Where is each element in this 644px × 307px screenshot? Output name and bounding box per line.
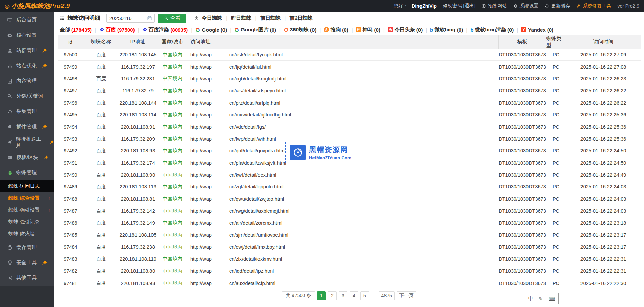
redacted-domain: [212, 280, 229, 287]
url-path: cn/zlx/detail/ioxkmv.html: [229, 256, 282, 262]
version-label: ver Pro2.9: [617, 3, 639, 9]
cell-type: PC: [546, 277, 566, 289]
sidebar-item-cache[interactable]: 缓存管理: [0, 240, 54, 255]
sidebar-item-label: 模板/区块: [16, 154, 38, 161]
redacted-domain: [212, 183, 229, 190]
cell-ip: 116.179.32.231: [119, 73, 157, 85]
sidebar-item-core-settings[interactable]: 核心设置: [0, 28, 54, 43]
sidebar-footer: [0, 286, 54, 307]
cell-ip: 220.181.108.93: [119, 277, 157, 289]
url-path: cn/kwf/detail/eex.html: [229, 172, 276, 178]
calendar-icon[interactable]: [147, 16, 152, 21]
sidebar-item-security[interactable]: 安全工具: [0, 255, 54, 270]
sidebar-item-spider[interactable]: 蜘蛛管理: [0, 165, 54, 180]
sidebar-item-site-group[interactable]: 站群管理: [0, 43, 54, 58]
filter-360[interactable]: 360蜘蛛(0): [284, 26, 316, 33]
sogou-icon: S: [324, 27, 329, 32]
bing-icon: b: [470, 27, 473, 33]
filter-sogou[interactable]: S搜狗(0): [324, 26, 348, 33]
cell-id: 97499: [58, 61, 83, 72]
tab-day-before[interactable]: 前日蜘蛛: [260, 15, 281, 21]
ime-widget[interactable]: 中✎⌨: [525, 293, 559, 304]
filter-google[interactable]: Google(0): [195, 27, 227, 33]
filter-separator: |: [319, 27, 321, 33]
table-row: 97495百度220.181.108.114中国境内http://wapcn/m…: [58, 109, 641, 121]
cell-time: 2025-01-16 22:26:23: [566, 73, 641, 85]
filter-baidu[interactable]: 百度(97500): [99, 26, 135, 33]
repair-tool-link[interactable]: 系统修复工具: [576, 3, 611, 9]
next-page-button[interactable]: 下一页: [397, 291, 416, 300]
column-header-6: 蜘蛛类型: [546, 35, 566, 49]
url-path: cn/usk/detail/fyccpk.html: [229, 52, 283, 57]
redacted-domain: [212, 64, 229, 70]
sidebar-item-site-optimize[interactable]: 站点优化: [0, 58, 54, 73]
url-path: cn/ewj/detail/lmxtbpy.html: [229, 244, 285, 250]
cell-type: PC: [546, 205, 566, 217]
sidebar-item-templates[interactable]: 模板/区块: [0, 150, 54, 165]
filter-bing[interactable]: b微软bing(0): [430, 26, 463, 33]
page-button-4[interactable]: 4: [350, 291, 358, 300]
sidebar-subitem-general-settings[interactable]: 蜘蛛·综合设置↑: [0, 192, 54, 204]
sidebar-item-links-keywords[interactable]: 外链/关键词: [0, 89, 54, 104]
cell-country: 中国境内: [157, 229, 188, 241]
tab-today[interactable]: 今日蜘蛛: [202, 15, 222, 21]
cell-template: DT1030/1030DT3673: [499, 205, 546, 217]
filter-all[interactable]: 全部(178435): [60, 26, 92, 33]
cell-name: 百度: [83, 145, 119, 157]
sidebar-item-other-tools[interactable]: 其他工具: [0, 270, 54, 286]
url-prefix: http://wap: [190, 172, 212, 178]
password-logout-link[interactable]: 修改密码 [退出]: [443, 3, 476, 9]
redacted-domain: [212, 196, 229, 202]
system-settings-link[interactable]: 系统设置: [513, 3, 538, 9]
preview-site-link[interactable]: 预览网站: [481, 3, 507, 9]
tab-yesterday[interactable]: 昨日蜘蛛: [231, 15, 251, 21]
cell-type: PC: [546, 97, 566, 109]
cell-country: 中国境内: [157, 145, 188, 157]
filter-toutiao[interactable]: 头今日头条(0): [388, 26, 423, 33]
pagination-ellipsis: ...: [372, 293, 376, 299]
refresh-icon: [7, 109, 13, 114]
page-button-last[interactable]: 4875: [379, 291, 395, 300]
baidu-icon: [99, 27, 104, 32]
cell-path: http://wapcn/zql/detail/lgnpotn.html: [188, 181, 499, 193]
filter-shenma[interactable]: 神神马(0): [356, 26, 380, 33]
sidebar-subitem-firewall[interactable]: 蜘蛛·防火墙: [0, 228, 54, 240]
system-settings-label: 系统设置: [519, 3, 538, 9]
filter-count: (0): [221, 27, 227, 33]
filter-bing-render[interactable]: b微软bing渲染(0): [470, 26, 514, 33]
cell-template: DT1030/1030DT3673: [499, 133, 546, 145]
sidebar-subitem-force-pull-records[interactable]: 蜘蛛·强引记录: [0, 216, 54, 228]
page-button-2[interactable]: 2: [328, 291, 337, 300]
sidebar-item-link-push[interactable]: 链接推送工具: [0, 134, 54, 150]
sidebar-item-plugins[interactable]: 插件管理: [0, 119, 54, 134]
sidebar-item-collect[interactable]: 采集管理: [0, 104, 54, 119]
page-button-3[interactable]: 3: [339, 291, 347, 300]
cell-country: 中国境内: [157, 241, 188, 253]
sidebar-item-label: 站点优化: [16, 62, 37, 69]
cell-type: PC: [546, 61, 566, 72]
cell-id: 97496: [58, 97, 83, 109]
cell-template: DT1030/1030DT3673: [499, 61, 546, 72]
date-field-wrap: [106, 14, 155, 23]
filter-baidu-render[interactable]: 百度渲染(80935): [142, 26, 188, 33]
cell-type: PC: [546, 217, 566, 229]
update-cache-link[interactable]: 更新缓存: [544, 3, 570, 9]
view-button[interactable]: 查看: [158, 14, 186, 23]
page-button-5[interactable]: 5: [360, 291, 369, 300]
table-row: 97481百度220.181.108.93中国境内http://wapcn/au…: [58, 277, 641, 289]
sidebar-item-content[interactable]: 内容管理: [0, 73, 54, 89]
cell-ip: 116.179.32.209: [119, 133, 157, 145]
url-prefix: http://wap: [190, 136, 212, 142]
filter-yandex[interactable]: YYandex(0): [521, 27, 553, 33]
filter-google-image[interactable]: Google图片(0): [234, 26, 276, 33]
tab-two-days-ago[interactable]: 前2日蜘蛛: [289, 15, 312, 21]
sidebar-item-home[interactable]: 后台首页: [0, 12, 54, 28]
cell-template: DT1030/1030DT3673: [499, 193, 546, 205]
refresh-icon: [544, 4, 549, 8]
filter-label: 今日头条: [395, 26, 415, 33]
sidebar-menu: 后台首页核心设置站群管理站点优化内容管理外链/关键词采集管理插件管理链接推送工具…: [0, 12, 54, 286]
page-button-1[interactable]: 1: [317, 291, 326, 300]
sidebar-subitem-visit-log[interactable]: 蜘蛛·访问日志: [0, 180, 54, 192]
filter-separator: |: [466, 27, 467, 33]
sidebar-subitem-force-pull-settings[interactable]: 蜘蛛·强引设置↑: [0, 204, 54, 216]
